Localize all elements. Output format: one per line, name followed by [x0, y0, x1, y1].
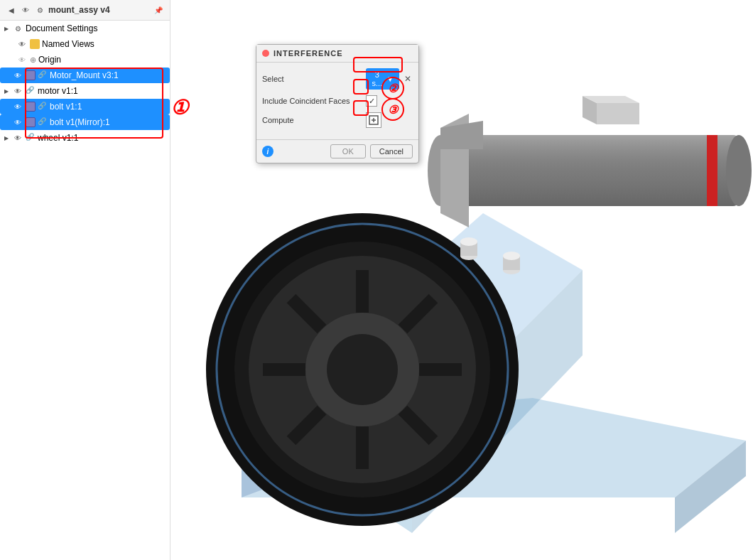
named-views-label: Named Views [42, 39, 94, 49]
cancel-button[interactable]: Cancel [370, 144, 413, 158]
link-icon-bolt-mirror: 🔗 [38, 117, 48, 127]
eye-icon-bolt-mirror[interactable]: 👁 [12, 117, 23, 128]
motor-label: motor v1:1 [38, 86, 78, 96]
left-panel: ◀ 👁 ⚙ mount_assy v4 📌 ▶ ⚙ Document Setti… [0, 0, 170, 560]
dialog-body: Select 3 s... ▼ ✕ Include Coincident Fac… [256, 63, 418, 139]
arrow-wheel: ▶ [3, 134, 10, 141]
assembly-icon: ⚙ [34, 4, 45, 16]
coincident-checkbox[interactable]: ✓ [366, 95, 377, 107]
tree-item-motor[interactable]: ▶ 👁 🔗 motor v1:1 [0, 83, 170, 99]
tree-title: mount_assy v4 [48, 5, 110, 15]
compute-icon [369, 115, 379, 125]
tree-item-named-views[interactable]: 👁 Named Views [0, 36, 170, 52]
checkbox-check: ✓ [369, 97, 375, 106]
eye-icon-motor[interactable]: 👁 [12, 85, 23, 97]
arrow-motor: ▶ [3, 87, 10, 95]
arrow-bolt-mirror [3, 119, 10, 126]
compute-row: Compute [262, 112, 413, 128]
gear-icon: ⚙ [12, 23, 23, 34]
coincident-row: Include Coincident Faces ✓ [262, 95, 413, 107]
tree-item-doc-settings[interactable]: ▶ ⚙ Document Settings [0, 21, 170, 36]
link-icon-motor-mount: 🔗 [38, 70, 48, 80]
origin-icon: ⊕ [30, 55, 36, 65]
svg-point-30 [460, 237, 477, 246]
select-dropdown-arrow: ▼ [386, 75, 394, 83]
eye-icon-bolt1[interactable]: 👁 [12, 101, 23, 112]
link-icon-bolt1: 🔗 [38, 102, 48, 112]
close-button[interactable]: ✕ [403, 73, 413, 85]
folder-icon-named-views [30, 39, 40, 49]
part-icon-bolt1 [26, 102, 36, 112]
select-btn-text: 3 s... [371, 70, 384, 87]
coincident-label: Include Coincident Faces [262, 97, 362, 105]
select-button[interactable]: 3 s... ▼ [366, 68, 399, 90]
svg-point-10 [327, 334, 398, 405]
tree-item-motor-mount[interactable]: 👁 🔗 Motor_Mount v3:1 [0, 68, 170, 83]
bolt-mirror-label: bolt v1(Mirror):1 [50, 117, 110, 127]
link-icon-wheel: 🔗 [26, 133, 36, 143]
eye-icon-motor-mount[interactable]: 👁 [12, 70, 23, 81]
annotation-label-1: ① [170, 96, 188, 119]
pin-icon[interactable]: 📌 [153, 4, 164, 16]
eye-toggle-icon[interactable]: 👁 [20, 4, 31, 16]
compute-label: Compute [262, 116, 362, 124]
tree-header: ◀ 👁 ⚙ mount_assy v4 📌 [0, 0, 170, 21]
svg-rect-22 [440, 135, 739, 206]
dialog-status-dot [262, 50, 269, 57]
bolt1-label: bolt v1:1 [50, 102, 82, 112]
ok-button[interactable]: OK [330, 144, 366, 158]
doc-settings-label: Document Settings [26, 23, 97, 33]
part-icon-bolt-mirror [26, 117, 36, 127]
tree-item-origin[interactable]: 👁 ⊕ Origin [0, 52, 170, 68]
svg-marker-34 [597, 103, 639, 124]
eye-icon-wheel[interactable]: 👁 [12, 132, 23, 144]
tree-item-wheel[interactable]: ▶ 👁 🔗 wheel v1:1 [0, 130, 170, 146]
dialog-title-bar: INTERFERENCE [256, 45, 418, 63]
origin-label: Origin [38, 55, 61, 65]
tree-item-bolt-mirror[interactable]: 👁 🔗 bolt v1(Mirror):1 [0, 114, 170, 130]
dialog-footer: i OK Cancel [256, 139, 418, 163]
eye-icon-named-views: 👁 [16, 38, 28, 50]
part-icon-motor-mount [26, 70, 36, 80]
collapse-all-icon[interactable]: ◀ [6, 4, 17, 16]
select-label: Select [262, 75, 362, 83]
motor-mount-label: Motor_Mount v3:1 [50, 70, 119, 80]
link-icon-motor: 🔗 [26, 86, 36, 96]
info-icon[interactable]: i [262, 146, 273, 157]
eye-icon-origin: 👁 [16, 54, 28, 65]
dialog-title: INTERFERENCE [273, 49, 343, 58]
arrow-icon: ▶ [3, 25, 10, 32]
tree-item-bolt1[interactable]: 👁 🔗 bolt v1:1 [0, 99, 170, 114]
arrow-bolt1 [3, 103, 10, 110]
arrow-motor-mount [3, 72, 10, 79]
svg-point-24 [726, 135, 752, 206]
compute-button[interactable] [366, 112, 381, 128]
svg-rect-25 [707, 135, 717, 206]
select-row: Select 3 s... ▼ ✕ [262, 68, 413, 90]
interference-dialog: INTERFERENCE Select 3 s... ▼ ✕ Include C… [256, 44, 419, 163]
wheel-label: wheel v1:1 [38, 133, 78, 143]
svg-point-33 [503, 252, 520, 260]
